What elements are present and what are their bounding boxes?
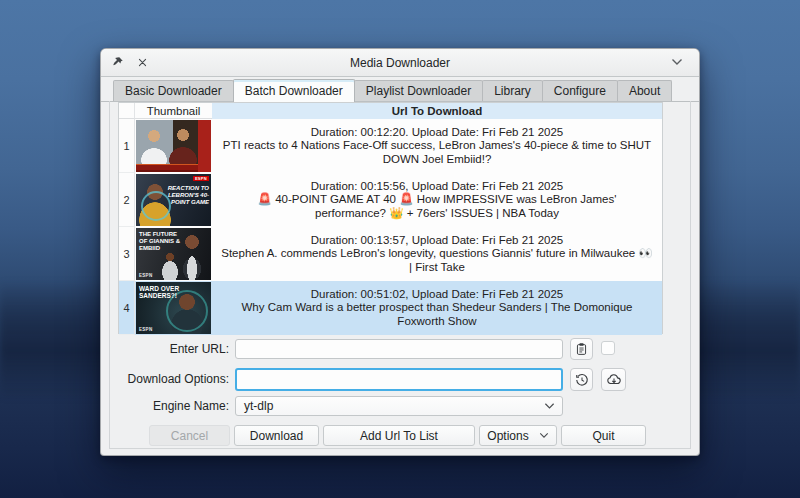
quit-button[interactable]: Quit: [561, 425, 646, 446]
thumbnail-overlay-text: The Future of Giannis & Embiid: [139, 231, 181, 251]
chevron-down-icon: [544, 402, 555, 410]
download-button-label: Download: [250, 429, 303, 443]
header-corner-cell: [119, 103, 135, 119]
table-body: 1 Duration: 00:12:20. Upload Date: Fri F…: [119, 119, 662, 335]
shade-chevron-icon[interactable]: [669, 56, 685, 68]
video-duration-and-date: Duration: 00:51:02, Upload Date: Fri Feb…: [221, 288, 653, 302]
thumbnail-overlay-text: Reaction to LeBron's 40-point game: [167, 185, 209, 205]
paste-clipboard-button[interactable]: [570, 338, 593, 360]
download-button[interactable]: Download: [234, 425, 319, 446]
video-thumbnail: [136, 120, 211, 172]
thumbnail-art: [136, 164, 198, 172]
table-row[interactable]: 2 Reaction to LeBron's 40-point game ESP…: [119, 173, 662, 227]
window-title: Media Downloader: [101, 56, 699, 70]
thumbnail-brand-logo: ESPN: [139, 327, 152, 332]
table-row[interactable]: 1 Duration: 00:12:20. Upload Date: Fri F…: [119, 119, 662, 173]
options-button[interactable]: Options: [479, 425, 557, 446]
table-header: Thumbnail Url To Download: [119, 103, 662, 119]
tab-configure[interactable]: Configure: [542, 80, 618, 101]
quit-button-label: Quit: [592, 429, 614, 443]
thumbnail-overlay-text: Ward over Sanders?!: [139, 286, 185, 300]
titlebar[interactable]: Media Downloader: [101, 49, 699, 77]
tab-playlist-downloader[interactable]: Playlist Downloader: [354, 80, 483, 101]
video-title: Stephen A. commends LeBron's longevity, …: [221, 247, 653, 274]
video-thumbnail: Reaction to LeBron's 40-point game ESPN: [136, 174, 211, 226]
cancel-button-label: Cancel: [171, 429, 208, 443]
media-downloader-window: Media Downloader Basic Downloader Batch …: [100, 48, 700, 456]
tab-bar: Basic Downloader Batch Downloader Playli…: [101, 80, 699, 102]
thumbnail-brand-logo: ESPN: [193, 176, 209, 181]
column-header-thumbnail: Thumbnail: [135, 103, 212, 119]
row-number: 2: [119, 173, 135, 227]
table-row[interactable]: 4 Ward over Sanders?! ESPN Duration: 00:…: [119, 281, 662, 335]
row-number: 1: [119, 119, 135, 173]
video-duration-and-date: Duration: 00:12:20. Upload Date: Fri Feb…: [221, 126, 653, 140]
enter-url-label: Enter URL:: [118, 342, 229, 356]
options-button-label: Options: [487, 429, 528, 443]
video-title: 🚨 40-POINT GAME AT 40 🚨 How IMPRESSIVE w…: [221, 193, 653, 220]
row-number: 3: [119, 227, 135, 281]
thumbnail-cell: [135, 119, 212, 173]
url-input[interactable]: [235, 339, 563, 359]
url-cell: Duration: 00:51:02, Upload Date: Fri Feb…: [212, 281, 662, 335]
history-button[interactable]: [570, 368, 593, 391]
add-url-to-list-button[interactable]: Add Url To List: [323, 425, 475, 446]
video-duration-and-date: Duration: 00:13:57, Upload Date: Fri Feb…: [221, 234, 653, 248]
thumbnail-brand-logo: ESPN: [139, 273, 152, 278]
video-title: PTI reacts to 4 Nations Face-Off success…: [221, 139, 653, 166]
add-url-button-label: Add Url To List: [360, 429, 438, 443]
cloud-download-button[interactable]: [601, 368, 626, 391]
url-cell: Duration: 00:15:56, Upload Date: Fri Feb…: [212, 173, 662, 227]
engine-name-label: Engine Name:: [118, 399, 229, 413]
close-icon[interactable]: [133, 54, 151, 72]
thumbnail-cell: Ward over Sanders?! ESPN: [135, 281, 212, 335]
thumbnail-cell: The Future of Giannis & Embiid ESPN: [135, 227, 212, 281]
pin-icon[interactable]: [108, 54, 126, 72]
download-options-label: Download Options:: [118, 372, 229, 386]
tab-library[interactable]: Library: [482, 80, 543, 101]
tab-batch-downloader[interactable]: Batch Downloader: [233, 79, 355, 102]
video-title: Why Cam Ward is a better prospect than S…: [221, 301, 653, 328]
chevron-down-icon: [539, 432, 549, 439]
thumbnail-cell: Reaction to LeBron's 40-point game ESPN: [135, 173, 212, 227]
download-options-input[interactable]: [235, 368, 563, 391]
download-list-table: Thumbnail Url To Download 1 Duration: 0: [118, 102, 663, 334]
video-thumbnail: The Future of Giannis & Embiid ESPN: [136, 228, 211, 280]
tab-about[interactable]: About: [617, 80, 672, 101]
url-checkbox[interactable]: [601, 341, 615, 355]
tab-basic-downloader[interactable]: Basic Downloader: [113, 80, 234, 101]
thumbnail-art: [160, 252, 180, 280]
video-duration-and-date: Duration: 00:15:56, Upload Date: Fri Feb…: [221, 180, 653, 194]
url-cell: Duration: 00:12:20. Upload Date: Fri Feb…: [212, 119, 662, 173]
engine-select[interactable]: yt-dlp: [235, 396, 563, 416]
column-header-url: Url To Download: [212, 103, 662, 119]
row-number: 4: [119, 281, 135, 335]
video-thumbnail: Ward over Sanders?! ESPN: [136, 282, 211, 334]
engine-selected-value: yt-dlp: [244, 399, 273, 413]
table-row[interactable]: 3 The Future of Giannis & Embiid ESPN Du…: [119, 227, 662, 281]
desktop-wallpaper: Media Downloader Basic Downloader Batch …: [0, 0, 800, 498]
cancel-button: Cancel: [149, 425, 230, 446]
url-cell: Duration: 00:13:57, Upload Date: Fri Feb…: [212, 227, 662, 281]
